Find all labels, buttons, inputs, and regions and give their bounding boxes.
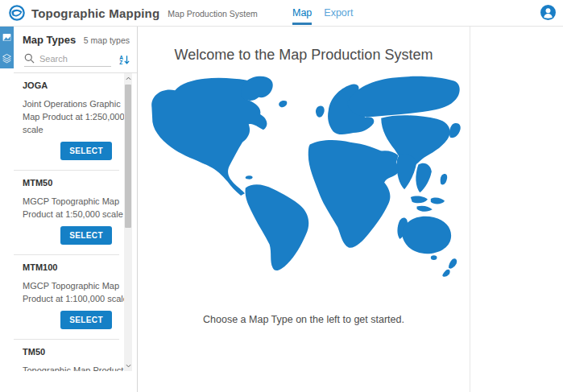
app-subtitle: Map Production System — [168, 9, 257, 19]
map-type-description: Topographic Map Product at 1:50,000 scal… — [23, 364, 129, 371]
list-scrollbar[interactable] — [124, 73, 132, 371]
sidebar: Map Types 5 map types — [0, 27, 138, 392]
search-row: A Z — [24, 53, 130, 67]
nav-tab-map[interactable]: Map — [292, 1, 312, 25]
map-type-name: JOGA — [23, 80, 113, 90]
search-box — [24, 53, 111, 67]
list-item-mtm100: MTM100 MGCP Topographic Map Product at 1… — [14, 255, 119, 340]
map-types-panel: Map Types 5 map types — [14, 27, 137, 392]
select-button-mtm100[interactable]: SELECT — [60, 311, 112, 329]
right-whitespace — [470, 27, 563, 392]
app-title: Topographic Mapping — [31, 6, 159, 20]
user-avatar-icon[interactable] — [540, 5, 556, 20]
scrollbar-thumb[interactable] — [125, 85, 131, 228]
sort-arrow-down — [124, 55, 130, 65]
nav-tab-export[interactable]: Export — [324, 1, 353, 25]
top-nav: Map Export — [292, 0, 353, 26]
globe-logo-icon — [9, 5, 25, 21]
sort-az-icon[interactable]: A Z — [119, 55, 130, 65]
chevron-down-icon[interactable] — [124, 361, 132, 371]
list-item-mtm50: MTM50 MGCP Topographic Map Product at 1:… — [14, 171, 119, 255]
world-map — [142, 73, 466, 279]
search-icon — [24, 53, 35, 64]
chevron-up-icon[interactable] — [124, 73, 132, 84]
map-type-name: TM50 — [23, 347, 113, 357]
map-types-count: 5 map types — [84, 35, 130, 45]
main-panel: Welcome to the Map Production System — [138, 27, 470, 392]
welcome-title: Welcome to the Map Production System — [175, 47, 433, 64]
instruction-text: Choose a Map Type on the left to get sta… — [203, 314, 404, 325]
list-item-tm50: TM50 Topographic Map Product at 1:50,000… — [14, 340, 119, 371]
panel-title: Map Types — [23, 34, 84, 46]
app-window: Topographic Mapping Map Production Syste… — [0, 0, 563, 392]
map-type-list: JOGA Joint Operations Graphic Map Produc… — [14, 73, 137, 371]
layers-icon[interactable] — [0, 47, 14, 68]
app-header: Topographic Mapping Map Production Syste… — [0, 0, 563, 27]
panel-header: Map Types 5 map types — [14, 27, 137, 46]
map-type-name: MTM50 — [23, 178, 113, 188]
select-button-mtm50[interactable]: SELECT — [60, 226, 112, 245]
tool-strip — [0, 27, 14, 392]
search-input[interactable] — [39, 54, 104, 64]
map-type-description: MGCP Topographic Map Product at 1:100,00… — [23, 279, 129, 305]
map-type-name: MTM100 — [23, 262, 113, 272]
map-type-description: Joint Operations Graphic Map Product at … — [23, 97, 129, 136]
sort-az-letters: A Z — [119, 56, 123, 65]
map-tool-icon[interactable] — [0, 27, 14, 47]
map-type-description: MGCP Topographic Map Product at 1:50,000… — [23, 195, 129, 221]
list-item-joga: JOGA Joint Operations Graphic Map Produc… — [14, 73, 119, 171]
select-button-joga[interactable]: SELECT — [60, 142, 112, 160]
